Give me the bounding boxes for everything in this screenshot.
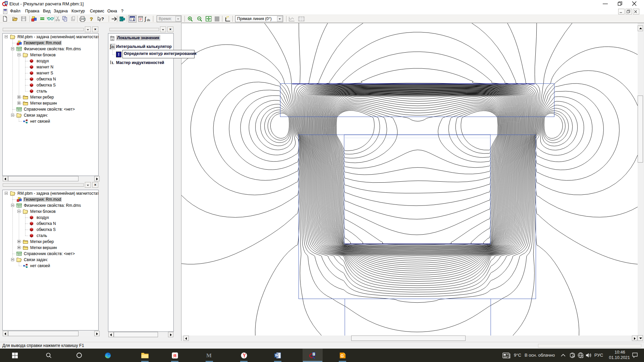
svg-text:∫: ∫ xyxy=(144,16,147,22)
svg-text:M: M xyxy=(206,352,212,359)
svg-text:L: L xyxy=(112,61,114,65)
svg-text:ds: ds xyxy=(147,18,150,22)
svg-text:W: W xyxy=(275,353,278,357)
svg-text:G: G xyxy=(341,354,344,358)
svg-text:1: 1 xyxy=(133,18,135,21)
svg-text:?: ? xyxy=(90,16,93,22)
svg-text:?: ? xyxy=(101,16,104,21)
svg-text:Я: Я xyxy=(173,353,177,358)
